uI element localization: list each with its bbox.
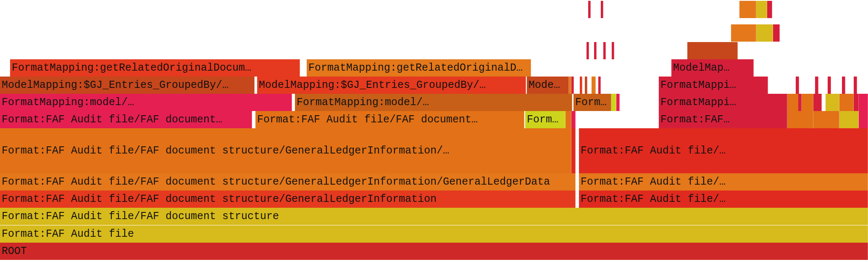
frame-fmt-faf-c3[interactable] [571,111,576,128]
frame-fmt-faf-h[interactable] [859,111,868,128]
frame-fm-model-e1[interactable] [798,94,802,111]
frame-label: FormatMappi… [660,79,736,91]
frame-fmt-faf-e[interactable] [787,111,813,128]
frame-label: Format:FAF Audit file [2,228,134,240]
frame-top-sliver-b3[interactable] [603,42,606,59]
frame-label: Format:FAF Audit file/FAF document… [2,114,222,126]
frame-label: Format:FAF Audit file/FAF document… [257,114,478,126]
frame-fm-model-g[interactable] [839,94,854,111]
frame-faf-doc-structure[interactable]: Format:FAF Audit file/FAF document struc… [0,208,868,225]
frame-gli2-left[interactable]: Format:FAF Audit file/FAF document struc… [0,128,571,173]
frame-fmt-faf-b[interactable]: Format:FAF Audit file/FAF document… [255,111,524,128]
frame-label: FormatMapping:getRelatedOriginalD… [308,62,523,74]
frame-label: Format:FAF Audit file/… [581,176,726,188]
frame-gli-left[interactable]: Format:FAF Audit file/FAF document struc… [0,191,576,208]
frame-fmt-faf-f[interactable] [813,111,839,128]
frame-gld-left[interactable]: Format:FAF Audit file/FAF document struc… [0,173,576,191]
frame-fmt-faf-c2[interactable] [566,111,571,128]
frame-mm-gj-e1[interactable] [796,77,799,94]
frame-top3-a[interactable] [588,1,591,18]
frame-top3-e[interactable] [767,1,772,18]
frame-top3-d[interactable] [756,1,767,18]
frame-gli2-left-sliver[interactable] [571,128,576,173]
frame-fmt-faf-c[interactable]: Forma… [525,111,566,128]
frame-mm-gj-d[interactable]: FormatMappi… [659,77,768,94]
frame-mm-gj-e4[interactable] [842,77,845,94]
frame-label: FormatMapping:model/… [297,96,429,109]
frame-mm-gj-a[interactable]: ModelMapping:$GJ_Entries_GroupedBy/… [0,77,255,94]
frame-mm-gj-b[interactable]: ModelMapping:$GJ_Entries_GroupedBy/… [257,77,526,94]
frame-fm-grod-a[interactable]: FormatMapping:getRelatedOriginalDocum… [10,59,300,77]
frame-label: ModelMap… [673,62,730,74]
frame-fm-grod-d[interactable]: ModelMap… [671,59,754,77]
frame-label: ROOT [2,245,27,257]
frame-fm-model-c3[interactable] [616,94,620,111]
frame-label: Format:FAF Audit file/FAF document struc… [2,210,279,222]
frame-fmt-faf-a[interactable]: Format:FAF Audit file/FAF document… [0,111,252,128]
frame-top2-c[interactable] [773,24,780,42]
frame-fm-model-d[interactable]: FormatMappi… [659,94,787,111]
frame-label: Model… [529,79,566,91]
frame-label: FormatMapping:model/… [2,96,134,109]
frame-mm-gj-e5[interactable] [854,77,857,94]
frame-fm-model-f[interactable] [813,94,822,111]
frame-fm-model-f2[interactable] [826,94,839,111]
frame-label: Format:FAF Audit file/FAF document struc… [2,193,437,205]
frame-mm-gj-c7[interactable] [598,77,601,94]
frame-top-sliver-a[interactable] [687,42,738,59]
frame-gli2-right[interactable]: Format:FAF Audit file/… [579,128,868,173]
frame-mm-gj-c6[interactable] [592,77,596,94]
frame-top-sliver-b2[interactable] [594,42,597,59]
frame-top3-c[interactable] [739,1,756,18]
frame-label: Format:FAF… [660,114,730,126]
flamegraph: ROOTFormat:FAF Audit fileFormat:FAF Audi… [0,0,868,262]
frame-mm-gj-c3[interactable] [571,77,574,94]
frame-mm-gj-c4[interactable] [580,77,582,94]
frame-mm-gj-c5[interactable] [585,77,587,94]
frame-mm-gj-c[interactable]: Model… [527,77,569,94]
frame-label: Forma… [575,96,611,109]
frame-fmt-faf-d[interactable]: Format:FAF… [659,111,787,128]
frame-top-sliver-b4[interactable] [612,42,614,59]
frame-top2-a[interactable] [731,24,756,42]
frame-label: Format:FAF Audit file/FAF document struc… [2,176,550,188]
frame-gld-right[interactable]: Format:FAF Audit file/… [579,173,868,191]
frame-fm-model-c2[interactable] [611,94,616,111]
frame-label: Format:FAF Audit file/… [581,193,726,205]
frame-label: FormatMappi… [660,96,736,109]
frame-fm-grod-b[interactable]: FormatMapping:getRelatedOriginalD… [307,59,531,77]
frame-label: ModelMapping:$GJ_Entries_GroupedBy/… [259,79,486,91]
frame-fm-model-c[interactable]: Forma… [573,94,611,111]
frame-faf-audit-file[interactable]: Format:FAF Audit file [0,225,868,243]
frame-label: Format:FAF Audit file/… [581,145,726,157]
frame-label: Format:FAF Audit file/FAF document struc… [2,145,449,157]
frame-top-sliver-b1[interactable] [587,42,589,59]
frame-label: Forma… [527,114,565,126]
frame-fm-model-h[interactable] [859,94,868,111]
frame-fm-model-b[interactable]: FormatMapping:model/… [295,94,572,111]
frame-fmt-faf-g[interactable] [839,111,859,128]
frame-fm-model-a[interactable]: FormatMapping:model/… [0,94,292,111]
frame-label: FormatMapping:getRelatedOriginalDocum… [12,62,251,74]
frame-top3-b[interactable] [601,1,603,18]
frame-gli-right[interactable]: Format:FAF Audit file/… [579,191,868,208]
frame-root[interactable]: ROOT [0,243,868,260]
frame-mm-gj-e2[interactable] [815,77,818,94]
frame-top2-b[interactable] [756,24,773,42]
frame-label: ModelMapping:$GJ_Entries_GroupedBy/… [2,79,229,91]
frame-fm-model-g2[interactable] [854,94,859,111]
frame-mm-gj-e3[interactable] [828,77,831,94]
